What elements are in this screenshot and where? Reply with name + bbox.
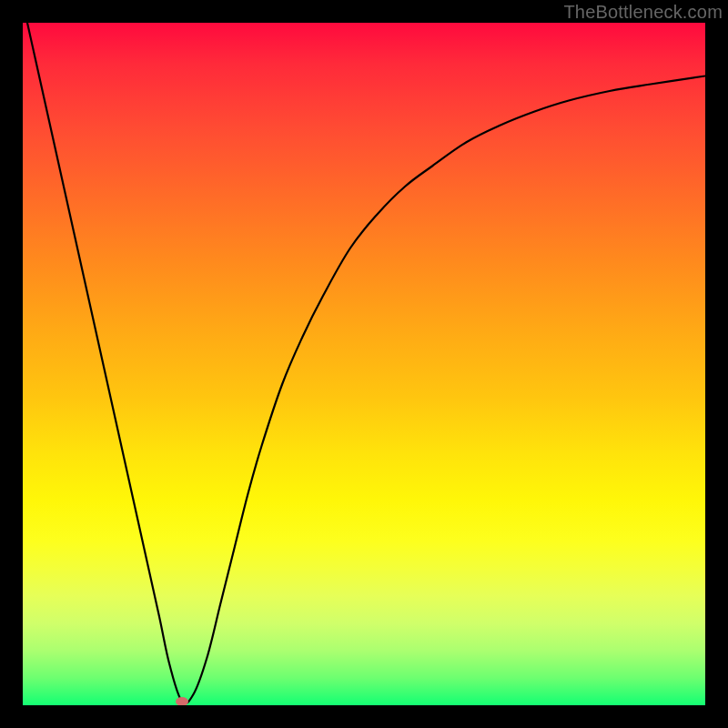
chart-frame: TheBottleneck.com xyxy=(0,0,728,728)
minimum-marker xyxy=(176,697,188,706)
watermark-text: TheBottleneck.com xyxy=(563,2,723,23)
plot-area xyxy=(23,23,705,705)
bottleneck-curve xyxy=(23,23,705,705)
